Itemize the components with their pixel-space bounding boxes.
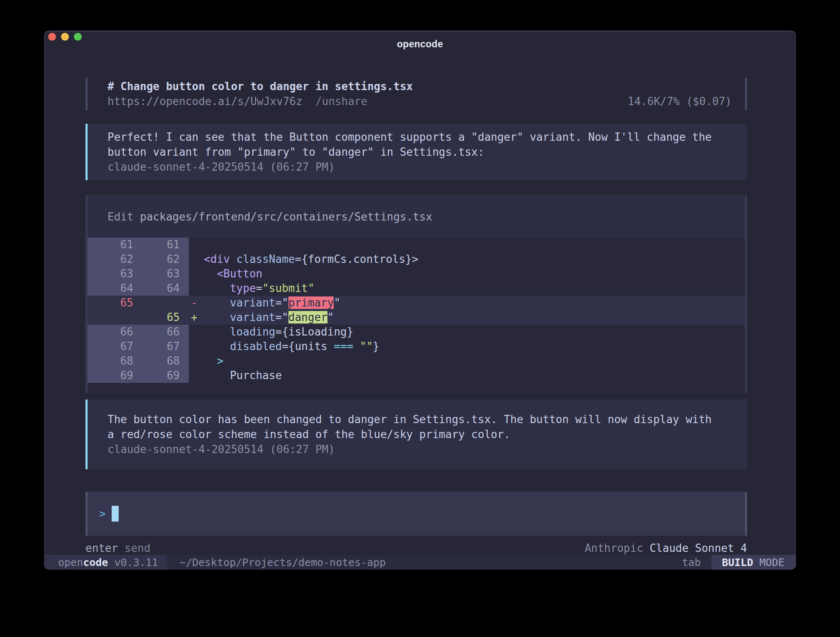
- new-line-number: 65: [138, 310, 189, 325]
- diff-row: 6262 <div className={formCs.controls}>: [88, 252, 745, 267]
- new-line-number: 68: [138, 354, 189, 368]
- new-line-number: 69: [138, 368, 189, 383]
- edit-tool-card: Editpackages/frontend/src/containers/Set…: [85, 195, 747, 393]
- old-line-number: 66: [88, 325, 138, 339]
- model-indicator: AnthropicClaude Sonnet 4: [585, 541, 747, 555]
- message-text-line: Perfect! I can see that the Button compo…: [107, 130, 747, 145]
- diff-row: 65- variant="primary": [88, 296, 745, 310]
- diff-view: 61616262 <div className={formCs.controls…: [88, 238, 745, 393]
- diff-code-line: [189, 238, 745, 252]
- new-line-number: 67: [138, 339, 189, 354]
- line-number-gutter: 6363: [88, 267, 189, 281]
- working-directory: ~/Desktop/Projects/demo-notes-app: [180, 556, 386, 568]
- old-line-number: 61: [88, 238, 138, 252]
- prompt-caret: >: [99, 507, 106, 520]
- old-line-number: 65: [88, 296, 138, 310]
- old-line-number: 63: [88, 267, 138, 281]
- line-number-gutter: 6464: [88, 281, 189, 296]
- line-number-gutter: 6969: [88, 368, 189, 383]
- diff-code-line: >: [189, 354, 745, 368]
- titlebar: opencode: [44, 31, 796, 54]
- diff-code-line: + variant="danger": [189, 310, 745, 325]
- window-title: opencode: [44, 39, 796, 50]
- diff-row: 65+ variant="danger": [88, 310, 745, 325]
- diff-row: 6969 Purchase: [88, 368, 745, 383]
- old-line-number: 62: [88, 252, 138, 267]
- message-text-line: button variant from "primary" to "danger…: [107, 145, 747, 159]
- diff-row: 6868 >: [88, 354, 745, 368]
- old-line-number: [88, 310, 138, 325]
- line-number-gutter: 65: [88, 296, 189, 310]
- provider-label: Anthropic: [585, 542, 643, 554]
- app-name-normal: open: [58, 556, 83, 568]
- session-header: # Change button color to danger in setti…: [85, 78, 747, 110]
- new-line-number: 63: [138, 267, 189, 281]
- prompt-input[interactable]: >: [85, 492, 747, 536]
- old-line-number: 64: [88, 281, 138, 296]
- send-action-label: send: [125, 542, 151, 554]
- new-line-number: 61: [138, 238, 189, 252]
- diff-code-line: disabled={units === ""}: [189, 339, 745, 354]
- line-number-gutter: 6262: [88, 252, 189, 267]
- app-name-bold: code: [83, 556, 108, 568]
- line-number-gutter: 6161: [88, 238, 189, 252]
- diff-row: 6767 disabled={units === ""}: [88, 339, 745, 354]
- new-line-number: [138, 296, 189, 310]
- diff-code-line: Purchase: [189, 368, 745, 383]
- model-timestamp-meta: claude-sonnet-4-20250514 (06:27 PM): [107, 159, 747, 174]
- enter-key-label: enter: [85, 542, 118, 554]
- unshare-command[interactable]: /unshare: [315, 94, 367, 109]
- app-version-segment: opencodev0.3.11: [44, 555, 166, 570]
- assistant-message: Perfect! I can see that the Button compo…: [85, 124, 747, 180]
- footer-hints: entersend AnthropicClaude Sonnet 4: [85, 541, 747, 555]
- message-text-line: The button color has been changed to dan…: [107, 412, 747, 427]
- old-line-number: 68: [88, 354, 138, 368]
- removed-line-marker: -: [191, 296, 198, 310]
- diff-code-line: - variant="primary": [189, 296, 745, 310]
- diff-code-line: loading={isLoading}: [189, 325, 745, 339]
- enter-send-hint: entersend: [85, 541, 151, 555]
- new-line-number: 66: [138, 325, 189, 339]
- model-name-label: Claude Sonnet 4: [650, 542, 747, 554]
- mode-name-bold: BUILD: [722, 556, 753, 568]
- session-title: # Change button color to danger in setti…: [107, 79, 732, 94]
- diff-code-line: <Button: [189, 267, 745, 281]
- diff-row: 6363 <Button: [88, 267, 745, 281]
- status-bar: opencodev0.3.11 ~/Desktop/Projects/demo-…: [44, 555, 796, 570]
- share-url-link[interactable]: https://opencode.ai/s/UwJxv76z: [107, 94, 303, 109]
- line-number-gutter: 6666: [88, 325, 189, 339]
- diff-code-line: type="submit": [189, 281, 745, 296]
- new-line-number: 62: [138, 252, 189, 267]
- message-text-line: a red/rose color scheme instead of the b…: [107, 427, 747, 442]
- tool-action-label: Edit: [107, 211, 134, 223]
- edit-tool-header: Editpackages/frontend/src/containers/Set…: [88, 195, 745, 238]
- diff-row: 6161: [88, 238, 745, 252]
- opencode-window: opencode # Change button color to danger…: [44, 31, 796, 570]
- mode-name-rest: MODE: [759, 556, 784, 568]
- line-number-gutter: 6767: [88, 339, 189, 354]
- text-cursor: [112, 506, 119, 522]
- mode-segment[interactable]: BUILDMODE: [711, 555, 796, 570]
- diff-row: 6666 loading={isLoading}: [88, 325, 745, 339]
- line-number-gutter: 65: [88, 310, 189, 325]
- app-version: v0.3.11: [114, 556, 158, 568]
- added-line-marker: +: [191, 310, 198, 325]
- context-usage-stats: 14.6K/7% ($0.07): [628, 94, 732, 109]
- diff-row: 6464 type="submit": [88, 281, 745, 296]
- old-line-number: 67: [88, 339, 138, 354]
- old-line-number: 69: [88, 368, 138, 383]
- edited-file-path: packages/frontend/src/containers/Setting…: [140, 211, 432, 223]
- diff-code-line: <div className={formCs.controls}>: [189, 252, 745, 267]
- line-number-gutter: 6868: [88, 354, 189, 368]
- assistant-message: The button color has been changed to dan…: [85, 399, 747, 469]
- model-timestamp-meta: claude-sonnet-4-20250514 (06:27 PM): [107, 442, 747, 457]
- new-line-number: 64: [138, 281, 189, 296]
- tab-key-hint: tab: [682, 556, 701, 568]
